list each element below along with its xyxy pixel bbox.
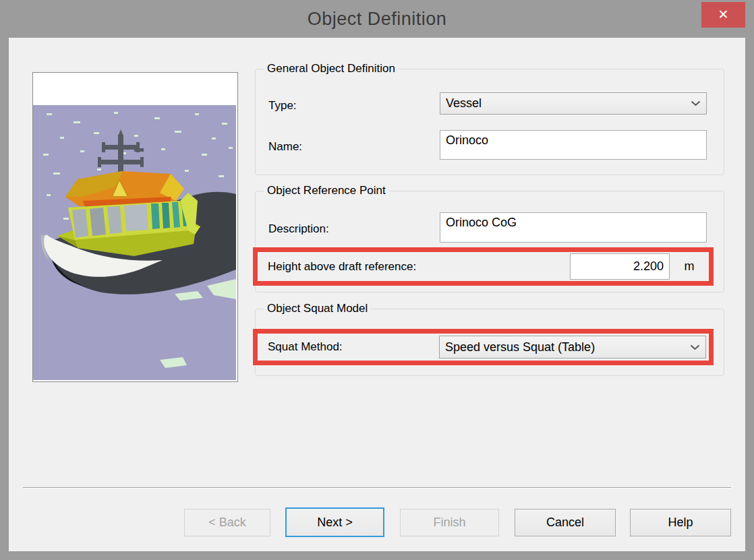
finish-button[interactable]: Finish	[400, 509, 499, 536]
group-general-object-definition: General Object Definition Type: Vessel N…	[255, 69, 724, 175]
close-button[interactable]: ✕	[701, 2, 745, 28]
squat-method-dropdown[interactable]: Speed versus Squat (Table)	[439, 336, 706, 359]
button-separator-line	[23, 487, 731, 489]
name-input[interactable]	[440, 130, 707, 160]
title-bar: Object Definition ✕	[0, 0, 754, 38]
object-definition-dialog: Object Definition ✕	[0, 0, 754, 560]
type-dropdown[interactable]: Vessel	[440, 92, 707, 115]
close-icon: ✕	[718, 7, 729, 22]
vessel-preview-frame	[32, 72, 238, 382]
type-label: Type:	[268, 99, 297, 113]
group-title-reference: Object Reference Point	[264, 184, 389, 197]
chevron-down-icon	[691, 100, 701, 106]
vessel-preview-image	[33, 73, 236, 380]
dialog-title: Object Definition	[0, 0, 754, 35]
description-label: Description:	[268, 222, 329, 236]
group-title-general: General Object Definition	[264, 62, 399, 75]
cancel-button[interactable]: Cancel	[515, 509, 616, 536]
type-dropdown-value: Vessel	[446, 96, 687, 111]
height-label: Height above draft reference:	[268, 260, 416, 274]
squat-method-annotation-box: Squat Method: Speed versus Squat (Table)	[253, 329, 714, 365]
squat-method-label: Squat Method:	[268, 340, 343, 354]
description-input[interactable]	[440, 212, 707, 243]
name-label: Name:	[268, 140, 302, 154]
height-input[interactable]	[570, 253, 670, 280]
height-unit-label: m	[670, 259, 709, 274]
back-button[interactable]: < Back	[184, 509, 270, 536]
chevron-down-icon	[690, 344, 700, 350]
next-button[interactable]: Next >	[285, 507, 384, 537]
help-button[interactable]: Help	[630, 509, 731, 536]
squat-method-dropdown-value: Speed versus Squat (Table)	[445, 340, 686, 354]
height-row-annotation-box: Height above draft reference: m	[253, 247, 714, 286]
group-title-squat: Object Squat Model	[264, 302, 371, 315]
